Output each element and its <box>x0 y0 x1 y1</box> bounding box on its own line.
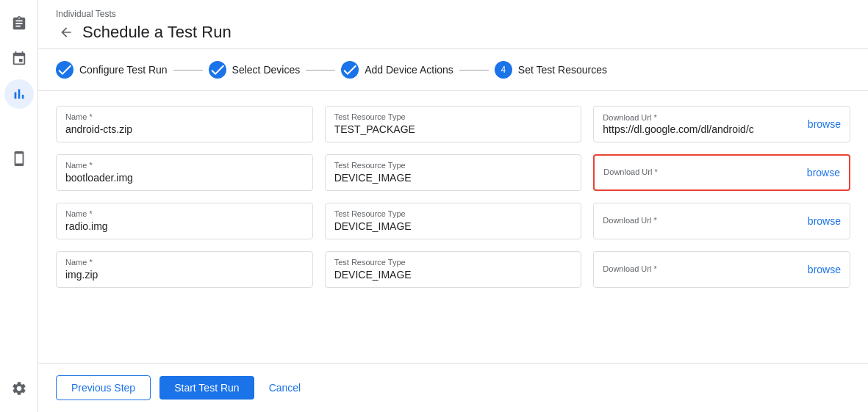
resource-0-type-value: TEST_PACKAGE <box>334 123 415 135</box>
resource-0-url-field: Download Url * https://dl.google.com/dl/… <box>593 106 850 142</box>
footer: Previous Step Start Test Run Cancel <box>38 363 868 412</box>
page-title: Schedule a Test Run <box>82 23 232 42</box>
step-label-select-devices: Select Devices <box>232 64 301 76</box>
step-circle-select-devices <box>209 61 226 79</box>
resource-2-type-label: Test Resource Type <box>334 209 573 218</box>
resource-3-type-field: Test Resource Type DEVICE_IMAGE <box>325 251 582 288</box>
sidebar-icon-chart[interactable] <box>4 79 34 109</box>
resource-3-type-value: DEVICE_IMAGE <box>334 269 412 281</box>
resource-2-name-label: Name * <box>65 209 304 218</box>
back-button[interactable] <box>56 22 76 43</box>
sidebar-icon-gear[interactable] <box>4 374 34 403</box>
step-configure: Configure Test Run <box>56 61 168 79</box>
resource-3-name-field: Name * img.zip <box>56 251 313 288</box>
resource-1-type-field: Test Resource Type DEVICE_IMAGE <box>325 154 582 191</box>
resource-1-name-field: Name * bootloader.img <box>56 154 313 191</box>
content-area: Name * android-cts.zip Test Resource Typ… <box>38 91 868 363</box>
page-title-row: Schedule a Test Run <box>56 22 850 43</box>
resource-2-type-value: DEVICE_IMAGE <box>334 220 412 232</box>
sidebar-icon-phone[interactable] <box>4 144 34 173</box>
main-panel: Individual Tests Schedule a Test Run Con… <box>38 0 868 412</box>
step-add-actions: Add Device Actions <box>341 61 453 79</box>
resource-0-name-value: android-cts.zip <box>65 123 132 135</box>
previous-step-button[interactable]: Previous Step <box>56 375 151 400</box>
step-connector-2 <box>306 70 335 71</box>
resource-1-type-value: DEVICE_IMAGE <box>334 172 412 184</box>
resource-1-type-label: Test Resource Type <box>334 161 573 170</box>
step-connector-1 <box>173 70 203 71</box>
resource-0-browse-button[interactable]: browse <box>808 118 841 130</box>
resource-3-browse-button[interactable]: browse <box>808 264 841 275</box>
step-set-resources: 4 Set Test Resources <box>495 61 607 79</box>
resource-3-name-label: Name * <box>65 258 304 267</box>
breadcrumb: Individual Tests <box>56 9 850 19</box>
step-label-add-actions: Add Device Actions <box>365 64 453 76</box>
resource-3-type-label: Test Resource Type <box>334 258 573 267</box>
resource-1-url-field: Download Url * browse <box>593 154 850 191</box>
step-label-configure: Configure Test Run <box>79 64 168 76</box>
resource-0-url-value: https://dl.google.com/dl/android/c <box>603 123 764 135</box>
resource-0-type-field: Test Resource Type TEST_PACKAGE <box>325 106 582 142</box>
resource-row-3: Name * img.zip Test Resource Type DEVICE… <box>56 251 850 288</box>
header: Individual Tests Schedule a Test Run <box>38 0 868 49</box>
resource-2-name-value: radio.img <box>65 220 108 232</box>
sidebar-icon-calendar[interactable] <box>4 44 34 73</box>
cancel-button[interactable]: Cancel <box>263 376 307 400</box>
resource-2-url-field: Download Url * browse <box>593 203 850 239</box>
step-circle-add-actions <box>341 61 359 79</box>
resource-1-name-value: bootloader.img <box>65 172 133 184</box>
resource-row-0: Name * android-cts.zip Test Resource Typ… <box>56 106 850 142</box>
resource-1-browse-button[interactable]: browse <box>807 167 840 178</box>
resource-row-1: Name * bootloader.img Test Resource Type… <box>56 154 850 191</box>
resource-1-url-label: Download Url * <box>603 167 807 176</box>
step-circle-configure <box>56 61 73 79</box>
resource-0-name-label: Name * <box>65 112 304 121</box>
resource-2-browse-button[interactable]: browse <box>808 215 841 227</box>
sidebar-icon-clipboard[interactable] <box>4 9 34 38</box>
step-label-set-resources: Set Test Resources <box>518 64 607 76</box>
resource-2-type-field: Test Resource Type DEVICE_IMAGE <box>325 203 582 239</box>
resource-3-name-value: img.zip <box>65 269 98 281</box>
stepper: Configure Test Run Select Devices Add De… <box>38 49 868 91</box>
resource-1-name-label: Name * <box>65 161 304 170</box>
resource-0-name-field: Name * android-cts.zip <box>56 106 313 142</box>
resource-2-url-label: Download Url * <box>603 216 808 225</box>
resource-2-name-field: Name * radio.img <box>56 203 313 239</box>
resource-0-type-label: Test Resource Type <box>334 112 573 121</box>
resource-0-url-label: Download Url * <box>603 113 808 122</box>
step-connector-3 <box>459 70 489 71</box>
resource-row-2: Name * radio.img Test Resource Type DEVI… <box>56 203 850 239</box>
step-circle-set-resources: 4 <box>495 61 512 79</box>
start-test-run-button[interactable]: Start Test Run <box>159 376 254 400</box>
resource-3-url-label: Download Url * <box>603 264 808 273</box>
sidebar <box>0 0 38 412</box>
step-select-devices: Select Devices <box>209 61 301 79</box>
resource-3-url-field: Download Url * browse <box>593 251 850 288</box>
